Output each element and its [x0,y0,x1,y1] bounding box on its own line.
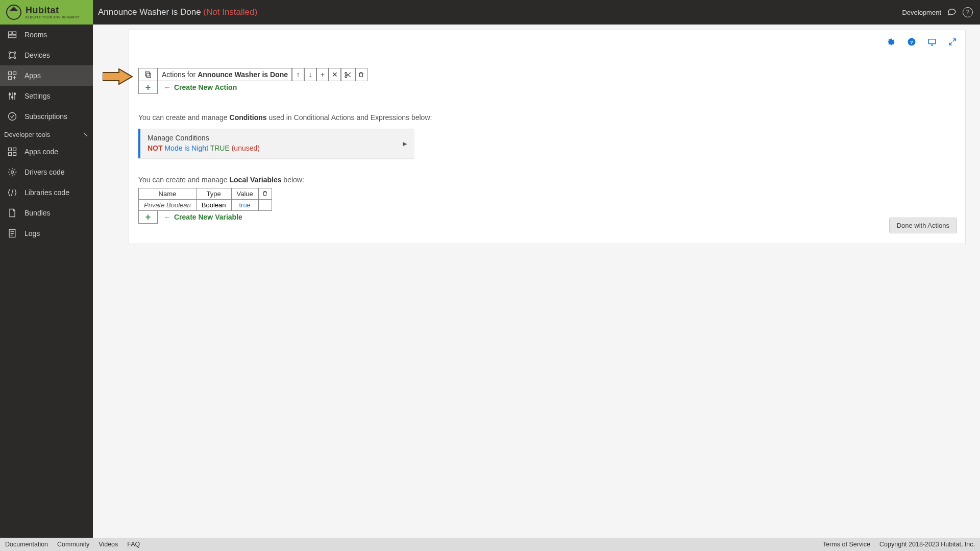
table-row[interactable]: Private Boolean Boolean true [139,200,272,211]
svg-point-6 [14,57,15,58]
cancel-button[interactable]: ✕ [329,68,341,81]
svg-rect-22 [928,39,936,44]
page-title-text: Announce Washer is Done [98,7,201,17]
annotation-arrow-icon [103,68,133,85]
col-name: Name [139,188,197,200]
var-name: Private Boolean [139,200,197,211]
var-delete-cell[interactable] [258,200,272,211]
add-action-button[interactable]: + [138,81,158,94]
add-variable-button[interactable]: + [138,210,158,224]
libraries-icon [7,187,17,198]
sidebar-item-devices[interactable]: Devices [0,45,93,65]
footer-link-community[interactable]: Community [57,541,89,548]
delete-button[interactable] [355,68,368,81]
scissors-icon [344,71,352,79]
svg-rect-24 [146,73,151,77]
install-status: (Not Installed) [203,7,257,17]
sidebar-label: Subscriptions [24,112,67,121]
footer-link-faq[interactable]: FAQ [127,541,140,548]
settings-icon [7,91,17,101]
sidebar-item-subscriptions[interactable]: Subscriptions [0,106,93,127]
svg-rect-17 [13,153,16,156]
chat-icon[interactable] [947,7,957,18]
apps-code-icon [7,147,17,157]
sidebar-item-logs[interactable]: Logs [0,223,93,244]
trash-icon [262,190,268,197]
footer: Documentation Community Videos FAQ Terms… [0,538,980,551]
footer-link-documentation[interactable]: Documentation [5,541,48,548]
brand-name: Hubitat [26,5,59,15]
collapse-icon: ⤡ [83,131,88,138]
sidebar-item-apps-code[interactable]: Apps code [0,141,93,162]
svg-rect-15 [13,148,16,151]
card-toolbar: ? [887,37,957,49]
svg-rect-7 [9,72,12,75]
help-icon[interactable]: ? [963,7,973,17]
sidebar-label: Apps [24,71,41,80]
sidebar-label: Drivers code [24,168,65,176]
svg-rect-1 [13,32,16,34]
apps-icon [7,70,17,81]
expand-icon[interactable] [948,37,957,49]
sidebar-item-drivers-code[interactable]: Drivers code [0,162,93,182]
drivers-code-icon [7,167,17,177]
move-down-button[interactable]: ↓ [304,68,316,81]
svg-rect-8 [13,72,16,75]
devices-icon [7,50,17,60]
sidebar-label: Libraries code [24,188,69,197]
copy-icon [144,70,152,79]
manage-conditions-box[interactable]: Manage Conditions NOT Mode is Night TRUE… [138,129,414,158]
svg-rect-14 [9,148,12,151]
svg-point-4 [14,52,15,53]
sidebar-label: Devices [24,51,50,59]
col-value: Value [231,188,258,200]
display-icon[interactable] [927,37,937,49]
create-action-link[interactable]: ← Create New Action [164,83,237,91]
svg-point-3 [9,52,10,53]
sidebar-label: Apps code [24,148,58,156]
sidebar-section-developer[interactable]: Developer tools ⤡ [0,127,93,141]
create-variable-link[interactable]: ← Create New Variable [164,213,242,221]
help-icon[interactable]: ? [907,37,916,49]
footer-copyright: Copyright 2018-2023 Hubitat, Inc. [879,541,975,548]
sidebar-label: Rooms [24,31,47,39]
svg-rect-0 [9,32,12,34]
create-variable-label: Create New Variable [174,213,242,221]
svg-point-11 [11,97,13,98]
move-up-button[interactable]: ↑ [292,68,304,81]
sidebar-label: Logs [24,229,40,237]
arrow-left-icon: ← [164,213,171,221]
svg-point-27 [345,75,347,77]
svg-point-13 [9,113,16,121]
logo-mark-icon [6,5,21,20]
brand-tagline: ELEVATE YOUR ENVIRONMENT [26,16,79,19]
sidebar-label: Bundles [24,209,51,217]
chevron-right-icon: ▶ [403,140,407,147]
svg-point-10 [9,93,10,95]
bundles-icon [7,208,17,218]
trash-icon [358,71,364,78]
gear-icon[interactable] [887,37,896,49]
svg-point-12 [14,93,15,94]
footer-link-tos[interactable]: Terms of Service [823,541,870,548]
sidebar-item-bundles[interactable]: Bundles [0,203,93,223]
insert-button[interactable]: + [316,68,329,81]
svg-marker-23 [103,69,132,84]
done-with-actions-button[interactable]: Done with Actions [889,218,957,233]
footer-link-videos[interactable]: Videos [99,541,118,548]
sidebar-item-libraries-code[interactable]: Libraries code [0,182,93,203]
sidebar-item-rooms[interactable]: Rooms [0,25,93,45]
arrow-left-icon: ← [164,83,171,91]
sidebar-item-settings[interactable]: Settings [0,86,93,106]
brand-logo[interactable]: Hubitat ELEVATE YOUR ENVIRONMENT [0,0,93,25]
svg-text:?: ? [910,39,913,45]
var-type: Boolean [196,200,231,211]
cut-button[interactable] [341,68,355,81]
page-title: Announce Washer is Done (Not Installed) [98,7,257,17]
sidebar-item-apps[interactable]: Apps [0,65,93,86]
conditions-intro: You can create and manage Conditions use… [138,113,956,122]
rule-card: ? Actions for Announce Washer is Done ↑ … [129,30,966,244]
create-action-label: Create New Action [174,83,237,91]
copy-actions-button[interactable] [138,68,158,81]
conditions-box-title: Manage Conditions [148,134,407,142]
